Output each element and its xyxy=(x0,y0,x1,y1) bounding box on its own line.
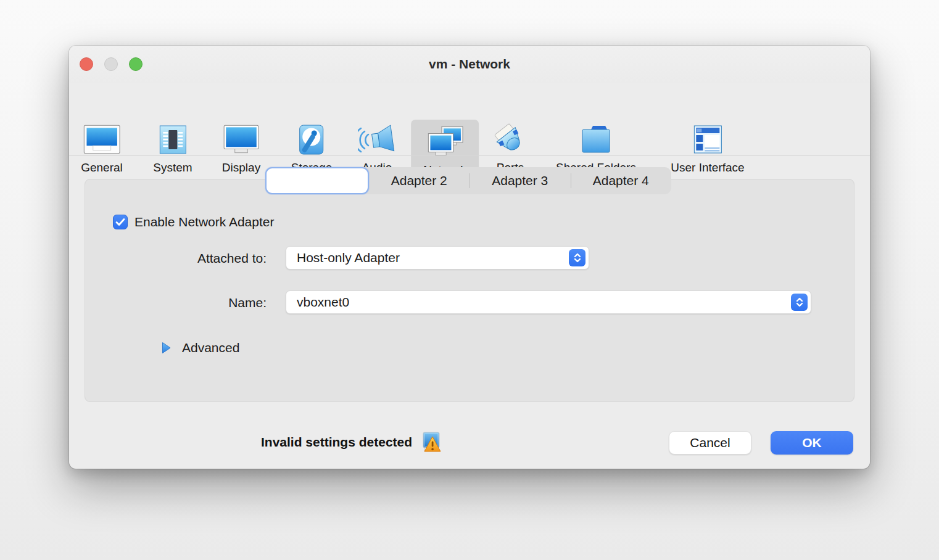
tab-adapter-1[interactable] xyxy=(265,167,369,194)
settings-toolbar: General System xyxy=(69,83,870,155)
name-value: vboxnet0 xyxy=(286,295,811,310)
enable-adapter-row: Enable Network Adapter xyxy=(113,215,274,229)
zoom-button[interactable] xyxy=(129,57,143,71)
minimize-button[interactable] xyxy=(104,57,118,71)
toolbar-label: System xyxy=(153,161,192,175)
enable-adapter-label: Enable Network Adapter xyxy=(134,215,274,229)
toolbar-label: Display xyxy=(222,161,260,175)
toolbar-item-system[interactable]: System xyxy=(153,122,192,175)
attached-to-select[interactable]: Host-only Adapter xyxy=(286,246,589,270)
titlebar: vm - Network xyxy=(69,46,870,83)
name-stepper-icon xyxy=(791,294,808,311)
display-icon xyxy=(221,122,262,158)
general-icon xyxy=(81,122,122,158)
ports-icon xyxy=(491,122,529,158)
cancel-button[interactable]: Cancel xyxy=(669,431,751,455)
disclosure-triangle-icon xyxy=(162,342,172,354)
toolbar-divider xyxy=(69,155,870,156)
enable-adapter-checkbox[interactable] xyxy=(113,215,128,229)
ok-button[interactable]: OK xyxy=(771,431,853,455)
tab-label: Adapter 3 xyxy=(492,173,548,188)
warning-icon xyxy=(422,432,441,453)
attached-to-value: Host-only Adapter xyxy=(286,250,589,265)
toolbar-item-general[interactable]: General xyxy=(81,122,123,175)
advanced-label: Advanced xyxy=(182,340,239,355)
checkmark-icon xyxy=(115,218,125,226)
window-title: vm - Network xyxy=(429,57,510,72)
status-text: Invalid settings detected xyxy=(261,435,412,450)
advanced-disclosure[interactable]: Advanced xyxy=(162,340,239,355)
storage-icon xyxy=(294,122,329,158)
tab-adapter-3[interactable]: Adapter 3 xyxy=(470,167,571,194)
tab-adapter-2[interactable]: Adapter 2 xyxy=(369,167,470,194)
attached-to-label: Attached to: xyxy=(69,251,267,266)
toolbar-item-display[interactable]: Display xyxy=(221,122,262,175)
toolbar-label: General xyxy=(81,161,123,175)
close-button[interactable] xyxy=(80,57,93,71)
tab-label: Adapter 2 xyxy=(391,173,447,188)
tab-label: Adapter 4 xyxy=(593,173,649,188)
toolbar-item-user-interface[interactable]: User Interface xyxy=(671,122,744,175)
toolbar-label: User Interface xyxy=(671,161,744,175)
settings-window: vm - Network General xyxy=(69,46,870,469)
name-label: Name: xyxy=(69,295,267,310)
audio-icon xyxy=(358,122,396,158)
tab-adapter-4[interactable]: Adapter 4 xyxy=(571,167,672,194)
system-icon xyxy=(155,122,190,158)
user-interface-icon xyxy=(689,122,726,158)
status-group: Invalid settings detected xyxy=(261,432,441,453)
attached-to-stepper-icon xyxy=(569,249,585,266)
name-combobox[interactable]: vboxnet0 xyxy=(286,290,811,314)
adapter-tabbar: Adapter 2 Adapter 3 Adapter 4 xyxy=(265,167,671,194)
shared-folders-icon xyxy=(577,122,615,158)
